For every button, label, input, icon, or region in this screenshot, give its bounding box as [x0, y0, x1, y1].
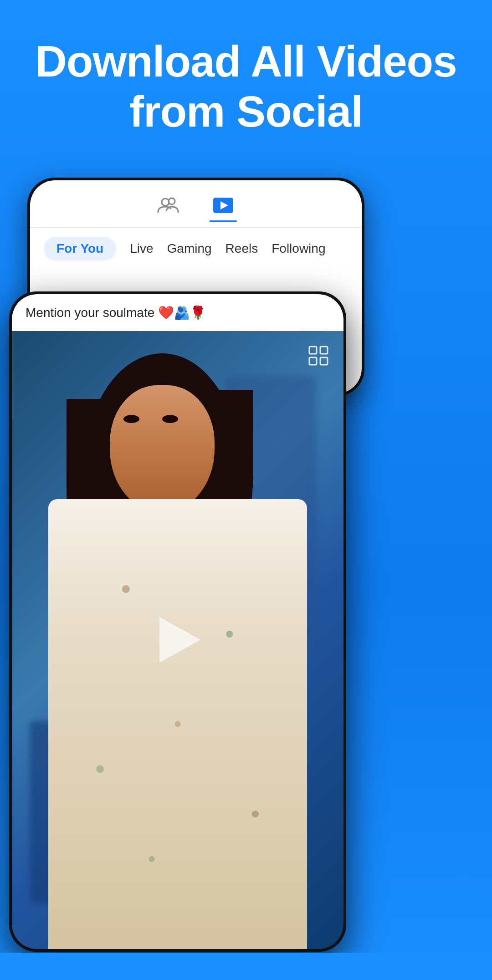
svg-point-0 [162, 199, 169, 206]
svg-rect-6 [309, 357, 317, 365]
svg-rect-4 [309, 347, 317, 354]
phone-front-device: Mention your soulmate ❤️🫂🌹 [9, 291, 346, 952]
body-dress [48, 499, 307, 949]
video-caption-text: Mention your soulmate ❤️🫂🌹 [26, 306, 206, 320]
dress-pattern [48, 499, 307, 949]
nav-reels[interactable]: Reels [226, 241, 258, 256]
video-caption-bar: Mention your soulmate ❤️🫂🌹 [12, 294, 343, 331]
nav-for-you[interactable]: For You [44, 237, 116, 260]
video-thumbnail[interactable] [12, 331, 343, 949]
eye-right [162, 415, 178, 423]
tab-people[interactable] [155, 194, 182, 222]
play-triangle-icon [159, 617, 200, 663]
expand-icon[interactable] [307, 344, 330, 369]
bottom-bar [0, 953, 492, 980]
tab-video[interactable] [210, 194, 237, 222]
phone-back-topbar [30, 180, 362, 228]
nav-gaming[interactable]: Gaming [167, 241, 212, 256]
svg-rect-5 [320, 347, 328, 354]
hero-title: Download All Videos from Social [0, 36, 492, 137]
play-button[interactable] [155, 617, 200, 663]
svg-rect-7 [320, 357, 328, 365]
title-line1: Download All Videos [27, 36, 465, 87]
nav-live[interactable]: Live [130, 241, 153, 256]
eye-left [123, 415, 139, 423]
nav-following[interactable]: Following [272, 241, 325, 256]
title-line2: from Social [27, 87, 465, 137]
phone-back-nav: For You Live Gaming Reels Following [30, 228, 362, 270]
face [110, 385, 215, 513]
